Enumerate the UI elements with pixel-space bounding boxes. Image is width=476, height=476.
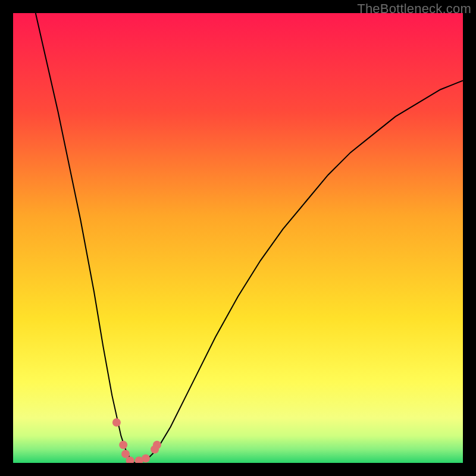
gradient-background bbox=[13, 13, 463, 463]
curve-marker bbox=[119, 441, 127, 449]
curve-marker bbox=[112, 418, 121, 427]
curve-marker bbox=[153, 441, 161, 449]
curve-marker bbox=[142, 454, 150, 462]
chart-frame bbox=[13, 13, 463, 463]
watermark-text: TheBottleneck.com bbox=[357, 1, 471, 17]
bottleneck-chart bbox=[13, 13, 463, 463]
